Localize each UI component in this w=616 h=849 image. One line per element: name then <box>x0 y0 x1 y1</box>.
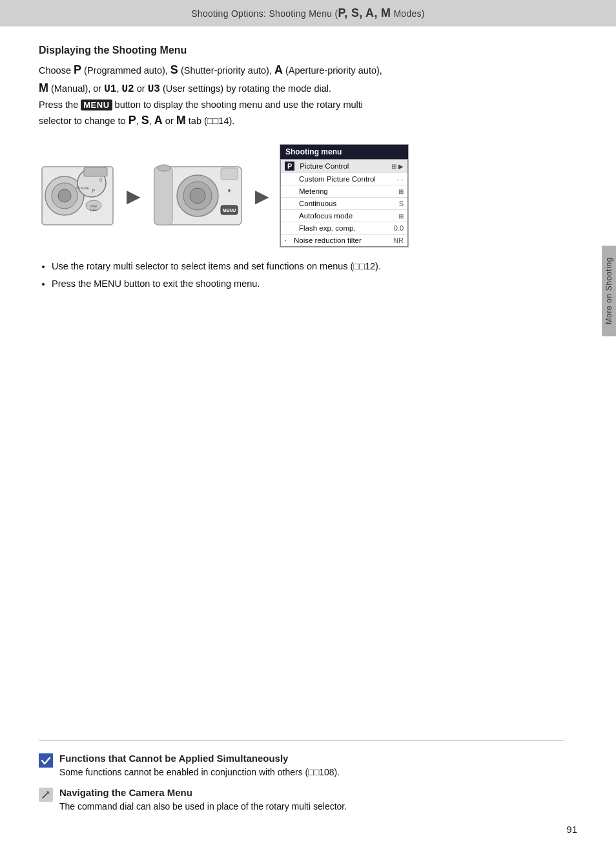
note-2-content: Navigating the Camera Menu The command d… <box>59 787 564 813</box>
note-2-heading: Navigating the Camera Menu <box>59 787 564 798</box>
mode-u2: U2 <box>122 83 134 95</box>
header-bar: Shooting Options: Shooting Menu (P, S, A… <box>0 0 616 26</box>
menu-label-metering: Metering <box>299 187 396 195</box>
bullet-list: Use the rotary multi selector to select … <box>52 259 577 291</box>
mode-s: S <box>170 63 178 76</box>
mode-u1: U1 <box>104 83 116 95</box>
mode-m: M <box>39 81 48 94</box>
page-number: 91 <box>566 824 577 835</box>
svg-text:♦: ♦ <box>227 187 231 194</box>
svg-text:S: S <box>99 178 103 182</box>
note-icon-checkmark <box>39 753 53 768</box>
svg-text:P: P <box>92 189 96 193</box>
svg-point-22 <box>158 165 170 171</box>
tab-a: A <box>154 114 163 127</box>
menu-row-metering: Metering ⊞ <box>281 185 407 198</box>
menu-row-continuous: Continuous S <box>281 198 407 210</box>
tab-m: M <box>176 114 186 127</box>
svg-point-3 <box>58 189 71 202</box>
svg-text:SCENE: SCENE <box>76 186 90 190</box>
menu-button-label: MENU <box>81 100 112 110</box>
menu-row-custom-picture-control: Custom Picture Control - - <box>281 173 407 185</box>
tab-s: S <box>141 114 149 127</box>
menu-label-continuous: Continuous <box>299 200 396 207</box>
section-title: Displaying the Shooting Menu <box>39 45 577 56</box>
sidebar-label: More on Shooting <box>604 257 613 324</box>
arrow-1: ▶ <box>127 185 141 207</box>
camera-body-diagram: MENU ♦ <box>151 160 245 231</box>
camera-dial-diagram: A M S P SCENE ON/ OFF <box>39 157 116 235</box>
page: Shooting Options: Shooting Menu (P, S, A… <box>0 0 616 849</box>
svg-rect-15 <box>154 167 172 225</box>
menu-label-flash-exp: Flash exp. comp. <box>299 224 391 232</box>
menu-value-continuous: S <box>399 200 404 207</box>
menu-label-custom-picture-control: Custom Picture Control <box>299 175 395 183</box>
svg-point-18 <box>190 188 205 204</box>
menu-title-text: Shooting menu <box>285 147 342 156</box>
bullet-2: Press the MENU button to exit the shooti… <box>52 277 577 291</box>
menu-icon-picture-control: ⊞ ▶ <box>391 163 404 170</box>
note-box-1: Functions that Cannot be Applied Simulta… <box>39 753 564 779</box>
main-content: Displaying the Shooting Menu Choose P (P… <box>0 26 616 319</box>
note-1-content: Functions that Cannot be Applied Simulta… <box>59 753 564 779</box>
note-2-text: The command dial can also be used in pla… <box>59 800 564 813</box>
note-box-2: Navigating the Camera Menu The command d… <box>39 787 564 813</box>
menu-value-noise-reduction: NR <box>393 236 404 244</box>
menu-dot: · <box>285 237 291 244</box>
menu-rows: P Picture Control ⊞ ▶ Custom Picture Con… <box>280 159 408 247</box>
svg-rect-13 <box>84 167 107 176</box>
menu-icon-metering: ⊞ <box>398 188 404 195</box>
menu-icon-autofocus: ⊞ <box>398 213 404 220</box>
menu-title-bar: Shooting menu <box>280 145 408 159</box>
svg-text:OFF: OFF <box>90 208 98 212</box>
menu-label-picture-control: Picture Control <box>300 162 389 170</box>
menu-tab-p: P <box>285 162 294 171</box>
divider <box>39 740 564 741</box>
menu-label-noise-reduction: Noise reduction filter <box>294 236 391 244</box>
svg-text:MENU: MENU <box>223 208 236 213</box>
mode-a: A <box>274 63 283 76</box>
tab-p: P <box>128 114 136 127</box>
menu-row-noise-reduction: · Noise reduction filter NR <box>281 235 407 246</box>
menu-row-autofocus: Autofocus mode ⊞ <box>281 210 407 222</box>
menu-screenshot: Shooting menu P Picture Control ⊞ ▶ Cust… <box>280 144 409 247</box>
bottom-notes: Functions that Cannot be Applied Simulta… <box>39 740 564 813</box>
menu-exit-label: MENU <box>94 278 121 289</box>
note-1-text: Some functions cannot be enabled in conj… <box>59 766 564 779</box>
svg-line-26 <box>43 797 44 798</box>
arrow-2: ▶ <box>255 185 269 207</box>
header-text-pre: Shooting Options: Shooting Menu ( <box>191 8 338 19</box>
note-icon-pencil <box>39 788 53 802</box>
note-1-heading: Functions that Cannot be Applied Simulta… <box>59 753 564 764</box>
mode-p: P <box>74 63 81 76</box>
diagram-row: A M S P SCENE ON/ OFF ▶ <box>39 144 577 247</box>
bullet-1: Use the rotary multi selector to select … <box>52 259 577 274</box>
mode-u3: U3 <box>148 83 160 95</box>
menu-row-flash-exp: Flash exp. comp. 0.0 <box>281 222 407 235</box>
sidebar-tab: More on Shooting <box>602 246 616 336</box>
header-text-end: Modes) <box>391 8 425 19</box>
menu-row-picture-control: P Picture Control ⊞ ▶ <box>281 160 407 173</box>
svg-rect-21 <box>221 168 238 180</box>
menu-label-autofocus: Autofocus mode <box>299 212 396 220</box>
paragraph-1: Choose P (Programmed auto), S (Shutter-p… <box>39 61 577 130</box>
menu-value-custom-picture-control: - - <box>397 175 404 183</box>
svg-text:ON/: ON/ <box>90 204 98 208</box>
header-modes: P, S, A, M <box>338 6 391 19</box>
menu-value-flash-exp: 0.0 <box>394 224 404 232</box>
